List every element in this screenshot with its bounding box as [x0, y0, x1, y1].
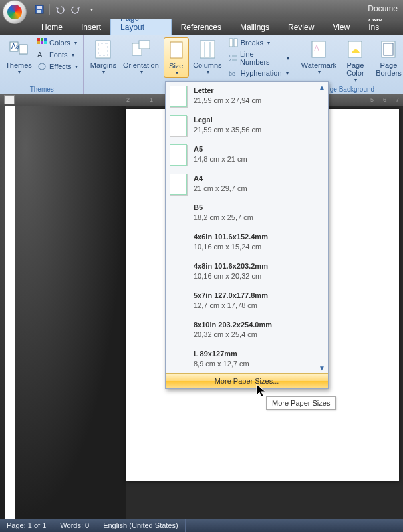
- svg-text:Aa: Aa: [11, 43, 20, 50]
- ruler-tick: 2: [126, 96, 130, 103]
- size-option[interactable]: 4x6in 101.6x152.4mm10,16 cm x 15,24 cm: [166, 228, 328, 257]
- margins-label: Margins: [90, 61, 116, 69]
- status-page[interactable]: Page: 1 of 1: [0, 519, 53, 532]
- size-dropdown-list: ▲ Letter21,59 cm x 27,94 cmLegal21,59 cm…: [166, 82, 328, 373]
- themes-button[interactable]: Aa Themes▾: [4, 37, 33, 76]
- size-option-dim: 10,16 cm x 20,32 cm: [194, 271, 268, 281]
- quick-access-toolbar: ▾: [33, 3, 98, 15]
- size-option[interactable]: Letter21,59 cm x 27,94 cm: [166, 82, 328, 111]
- group-label-themes: Themes: [4, 86, 79, 93]
- size-option[interactable]: A514,8 cm x 21 cm: [166, 140, 328, 170]
- status-bar: Page: 1 of 1 Words: 0 English (United St…: [0, 519, 403, 532]
- undo-icon[interactable]: [54, 3, 66, 15]
- svg-point-13: [39, 63, 45, 70]
- svg-rect-1: [37, 6, 42, 9]
- tab-home[interactable]: Home: [32, 20, 72, 35]
- page-borders-icon: [378, 39, 399, 60]
- breaks-button[interactable]: Breaks▾: [227, 37, 291, 48]
- tab-references[interactable]: References: [172, 20, 231, 35]
- ruler-tick: 6: [383, 96, 386, 103]
- save-icon[interactable]: [33, 3, 45, 15]
- fonts-icon: A: [37, 50, 47, 59]
- scroll-up-icon[interactable]: ▲: [318, 83, 326, 91]
- page-color-label: Page Color: [342, 61, 368, 77]
- status-language[interactable]: English (United States): [96, 519, 186, 532]
- colors-button[interactable]: Colors▾: [36, 37, 79, 48]
- svg-text:A: A: [314, 44, 319, 53]
- page-icon: [170, 86, 187, 107]
- margins-icon: [92, 39, 114, 60]
- size-option[interactable]: L 89x127mm8,9 cm x 12,7 cm: [166, 345, 328, 373]
- tab-insert[interactable]: Insert: [72, 20, 110, 35]
- group-themes: Aa Themes▾ Colors▾ AFonts▾ Effects▾ Them…: [0, 35, 84, 94]
- size-button[interactable]: Size▾: [164, 37, 189, 78]
- titlebar: ▾ Docume: [0, 0, 403, 19]
- size-option-dim: 8,9 cm x 12,7 cm: [194, 359, 249, 369]
- size-option-name: 8x10in 203.2x254.0mm: [194, 320, 272, 330]
- size-option-dim: 21 cm x 29,7 cm: [194, 184, 247, 194]
- orientation-icon: [130, 39, 152, 60]
- vertical-ruler[interactable]: [5, 106, 15, 519]
- page-icon: [170, 115, 187, 136]
- tab-view[interactable]: View: [323, 20, 359, 35]
- fonts-button[interactable]: AFonts▾: [36, 49, 79, 60]
- scroll-down-icon[interactable]: ▼: [318, 364, 326, 372]
- orientation-button[interactable]: Orientation▾: [121, 37, 160, 76]
- columns-icon: [197, 39, 218, 60]
- page-color-icon: [344, 39, 366, 60]
- watermark-button[interactable]: A Watermark▾: [299, 37, 338, 76]
- size-icon: [166, 39, 187, 61]
- tab-selector[interactable]: [4, 95, 15, 104]
- line-numbers-button[interactable]: 12Line Numbers▾: [227, 49, 291, 66]
- size-option-name: A4: [194, 174, 247, 184]
- orientation-label: Orientation: [123, 61, 159, 69]
- size-option[interactable]: 4x8in 101.6x203.2mm10,16 cm x 20,32 cm: [166, 257, 328, 287]
- tooltip: More Paper Sizes: [266, 396, 336, 410]
- size-option-name: Legal: [194, 115, 261, 125]
- svg-text:A: A: [37, 51, 43, 59]
- svg-rect-19: [200, 41, 215, 58]
- hyphenation-icon: bē: [229, 68, 238, 78]
- size-option[interactable]: B518,2 cm x 25,7 cm: [166, 199, 328, 228]
- svg-rect-9: [37, 41, 40, 44]
- office-button[interactable]: [3, 0, 27, 24]
- size-option[interactable]: A421 cm x 29,7 cm: [166, 170, 328, 199]
- columns-button[interactable]: Columns▾: [192, 37, 223, 76]
- margins-button[interactable]: Margins▾: [88, 37, 118, 76]
- size-option-dim: 10,16 cm x 15,24 cm: [194, 242, 268, 252]
- tab-mailings[interactable]: Mailings: [231, 20, 279, 35]
- svg-rect-31: [348, 41, 362, 57]
- size-option-name: L 89x127mm: [194, 349, 249, 359]
- size-option-dim: 18,2 cm x 25,7 cm: [194, 213, 253, 223]
- ruler-left-ticks: 2 1: [126, 96, 153, 103]
- svg-rect-8: [44, 38, 47, 41]
- hyphenation-label: Hyphenation: [241, 69, 282, 77]
- page-color-button[interactable]: Page Color▾: [340, 37, 370, 84]
- size-option[interactable]: 8x10in 203.2x254.0mm20,32 cm x 25,4 cm: [166, 316, 328, 345]
- page-borders-button[interactable]: Page Borders: [372, 37, 403, 78]
- svg-rect-2: [37, 10, 41, 13]
- size-option-name: Letter: [194, 86, 261, 96]
- ruler-tick: 5: [370, 96, 374, 103]
- size-option[interactable]: 5x7in 127.0x177.8mm12,7 cm x 17,78 cm: [166, 287, 328, 316]
- themes-icon: Aa: [8, 39, 29, 60]
- svg-rect-23: [234, 39, 237, 47]
- more-paper-sizes-button[interactable]: More Paper Sizes...: [166, 373, 328, 388]
- size-dropdown: ▲ Letter21,59 cm x 27,94 cmLegal21,59 cm…: [165, 81, 329, 389]
- svg-rect-17: [139, 41, 150, 49]
- tab-review[interactable]: Review: [279, 20, 323, 35]
- size-option-dim: 20,32 cm x 25,4 cm: [194, 330, 272, 340]
- status-words[interactable]: Words: 0: [53, 519, 96, 532]
- ribbon-tabs: Home Insert Page Layout References Maili…: [0, 19, 403, 35]
- page-icon: [170, 144, 187, 166]
- qat-customize-icon[interactable]: ▾: [86, 3, 98, 15]
- svg-rect-18: [170, 42, 182, 58]
- size-option[interactable]: Legal21,59 cm x 35,56 cm: [166, 111, 328, 140]
- hyphenation-button[interactable]: bēHyphenation▾: [227, 68, 291, 78]
- redo-icon[interactable]: [70, 3, 82, 15]
- svg-rect-5: [19, 45, 27, 54]
- page-borders-label: Page Borders: [374, 61, 403, 77]
- effects-button[interactable]: Effects▾: [36, 61, 79, 72]
- ruler-tick: 7: [396, 96, 399, 103]
- size-option-dim: 21,59 cm x 27,94 cm: [194, 96, 261, 106]
